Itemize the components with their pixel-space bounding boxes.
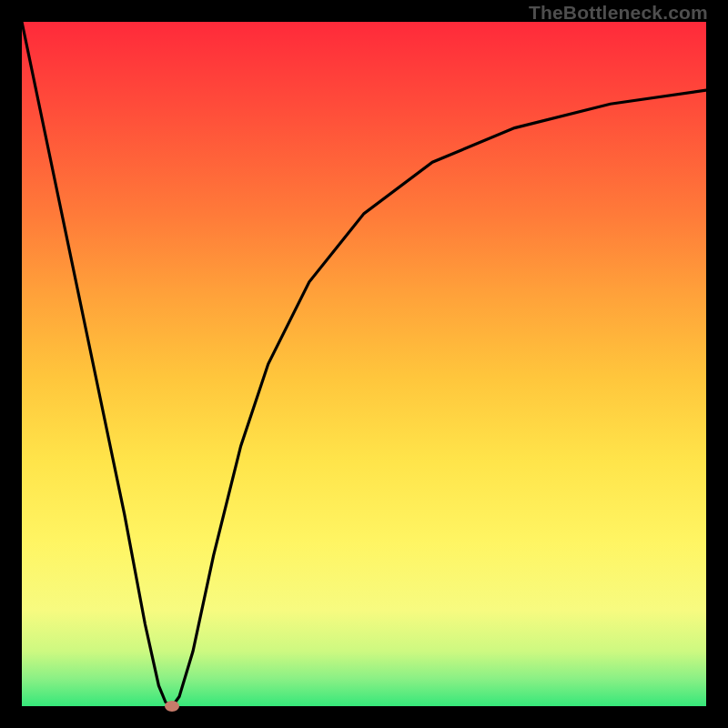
bottleneck-curve — [22, 22, 706, 706]
plot-area — [22, 22, 706, 706]
curve-layer — [22, 22, 706, 706]
watermark-text: TheBottleneck.com — [529, 2, 708, 24]
optimal-point-marker — [165, 701, 179, 712]
chart-frame: TheBottleneck.com — [0, 0, 728, 728]
